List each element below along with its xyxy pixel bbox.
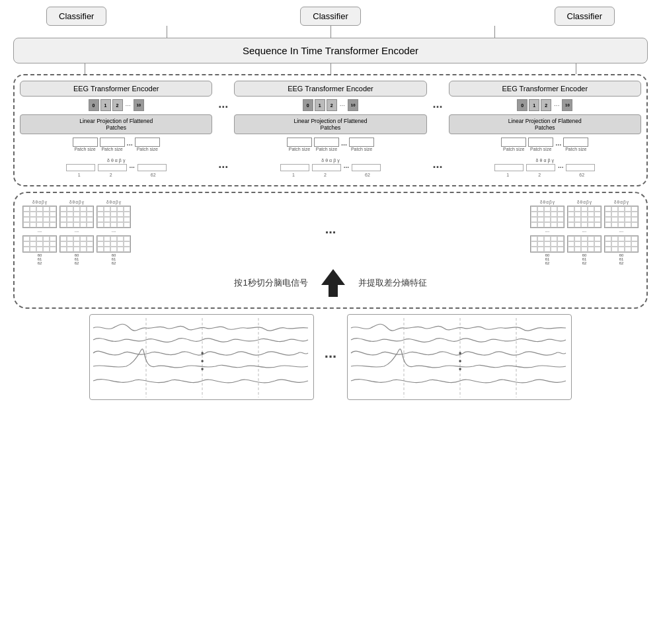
patch-rect-1b [100, 138, 125, 147]
freq-bar-2a [280, 164, 309, 171]
patch-label-1b: Patch size [101, 147, 122, 151]
freq-bar-2b [312, 164, 341, 171]
data-grid-2: δθαβγ ··· [59, 200, 94, 265]
patch-rect-1c [135, 138, 160, 147]
freq-bar-3b [526, 164, 555, 171]
eeg-encoder-2: EEG Transformer Encoder [234, 81, 426, 97]
token-2-1: 2 [112, 99, 123, 111]
data-center-dots: ··· [325, 225, 336, 240]
eeg-group-2: EEG Transformer Encoder 0 1 2 ··· 10 Lin… [234, 81, 426, 151]
eeg-encoder-3: EEG Transformer Encoder [449, 81, 641, 97]
annotation-row: 按1秒切分脑电信号 并提取差分熵特征 [22, 269, 639, 297]
linear-proj-3: Linear Projection of FlattenedPatches [449, 114, 641, 134]
classifiers-row: Classifier Classifier Classifier [7, 7, 654, 26]
freq-labels-1: δθαβγ [107, 158, 125, 163]
linear-proj-2: Linear Projection of FlattenedPatches [234, 114, 426, 134]
patch-label-1c: Patch size [137, 147, 158, 151]
patch-label-1a: Patch size [74, 147, 95, 151]
freq-bar-2c [352, 164, 381, 171]
patch-rect-2b [314, 138, 339, 147]
patch-rect-2c [349, 138, 374, 147]
freq-bar-3a [494, 164, 524, 171]
eeg-group-dots-2: ··· [433, 81, 443, 114]
freq-dots-2: ··· [344, 164, 349, 171]
eeg-encoder-1: EEG Transformer Encoder [20, 81, 212, 97]
connector-line-3 [494, 26, 495, 38]
classifier-box-1: Classifier [46, 7, 106, 26]
data-grids-row: δθαβγ [22, 200, 639, 265]
freq-group-1: δθαβγ ··· 1 2 62 [20, 158, 212, 177]
data-grid-4: δθαβγ ··· [530, 200, 564, 265]
linear-proj-1: Linear Projection of FlattenedPatches [20, 114, 212, 134]
token-10-3: 10 [562, 99, 572, 111]
token-1-2: 1 [315, 99, 325, 111]
patch-dots-2: ··· [341, 141, 347, 149]
eeg-group-1: EEG Transformer Encoder 0 1 2 ··· 10 Lin… [20, 81, 212, 151]
token-dots-3: ··· [554, 102, 559, 109]
token-2-3: 2 [541, 99, 551, 111]
eeg-group-3: EEG Transformer Encoder 0 1 2 ··· 10 Lin… [449, 81, 641, 151]
freq-group-mid-dots: ··· [218, 161, 228, 175]
data-grid-5: δθαβγ ··· [567, 200, 602, 265]
patch-rect-3b [528, 138, 553, 147]
patch-label-3a: Patch size [503, 147, 524, 151]
connector-line-1 [167, 26, 167, 38]
token-10-1: 10 [134, 99, 144, 111]
data-cluster-left: δθαβγ [22, 200, 131, 265]
classifier-box-3: Classifier [555, 7, 615, 26]
svg-text:•: • [201, 364, 204, 374]
patch-label-2b: Patch size [316, 147, 337, 151]
token-dots-1: ··· [126, 102, 131, 109]
annotation-right-text: 并提取差分熵特征 [358, 277, 427, 289]
data-grid-1: δθαβγ [22, 200, 57, 265]
token-1-1: 1 [100, 99, 111, 111]
freq-dots-1: ··· [130, 164, 135, 171]
freq-group-2: δθαβγ ··· 1 2 62 [234, 158, 426, 177]
patch-dots-3: ··· [555, 141, 561, 149]
token-0-2: 0 [303, 99, 313, 111]
svg-text:•: • [459, 364, 461, 374]
token-dots-2: ··· [340, 102, 345, 109]
token-1-3: 1 [529, 99, 539, 111]
freq-indices-1: 1 2 62 [65, 173, 168, 177]
data-grid-3: δθαβγ ··· [97, 200, 131, 265]
connector-line-2 [330, 26, 331, 38]
waveform-box-1: • • • [89, 314, 314, 400]
freq-bar-1a [66, 164, 95, 171]
annotation-left-text: 按1秒切分脑电信号 [234, 277, 307, 289]
classifier-box-2: Classifier [300, 7, 360, 26]
freq-labels-3: δθαβγ [536, 158, 554, 163]
patch-label-3b: Patch size [530, 147, 551, 151]
patch-rect-3c [563, 138, 588, 147]
waveform-section: • • • ··· • • • [13, 314, 648, 400]
freq-group-right-dots: ··· [433, 161, 443, 175]
eeg-group-dots: ··· [218, 81, 228, 114]
waveform-box-2: • • • [347, 314, 572, 400]
data-cluster-right: δθαβγ ··· [530, 200, 639, 265]
freq-bar-3c [566, 164, 595, 171]
token-2-2: 2 [327, 99, 337, 111]
patch-label-2c: Patch size [351, 147, 372, 151]
patch-rect-1a [73, 138, 98, 147]
patch-rect-2a [287, 138, 312, 147]
sit-connector-2 [330, 63, 331, 74]
sit-connector-3 [576, 63, 576, 74]
token-10-2: 10 [348, 99, 358, 111]
freq-dots-3: ··· [558, 164, 563, 171]
freq-bar-1b [98, 164, 127, 171]
token-0-1: 0 [89, 99, 99, 111]
freq-group-3: δθαβγ ··· 1 2 62 [449, 158, 641, 177]
freq-indices-2: 1 2 62 [279, 173, 382, 177]
freq-bar-1c [137, 164, 167, 171]
main-container: Classifier Classifier Classifier Sequenc… [7, 7, 654, 400]
token-0-3: 0 [517, 99, 527, 111]
freq-labels-2: δθαβγ [321, 158, 339, 163]
sit-connector-1 [85, 63, 85, 74]
patch-dots-1: ··· [127, 141, 133, 149]
sit-encoder-box: Sequence In Time Transformer Encoder [13, 38, 648, 63]
patch-label-3c: Patch size [565, 147, 586, 151]
freq-indices-3: 1 2 62 [493, 173, 596, 177]
patch-label-2a: Patch size [289, 147, 310, 151]
big-arrow-up [321, 269, 345, 297]
patch-rect-3a [501, 138, 526, 147]
